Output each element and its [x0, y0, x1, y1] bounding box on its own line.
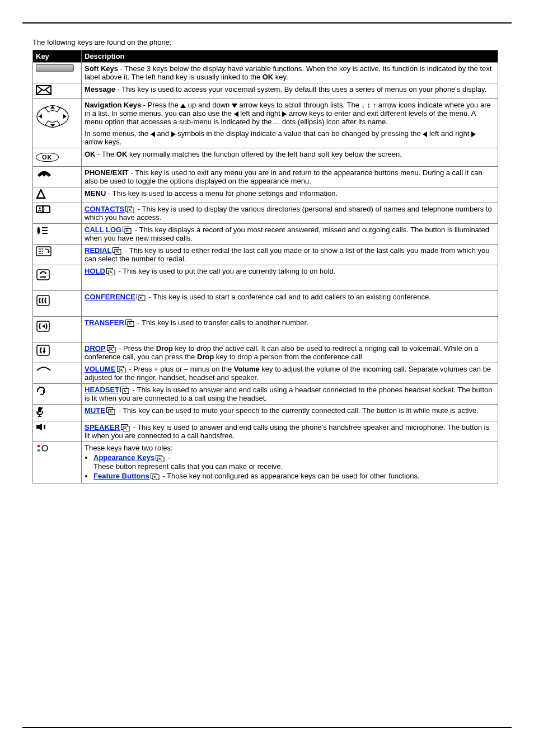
- svg-point-64: [38, 445, 40, 448]
- down-arrow-icon: [232, 104, 237, 108]
- table-row: MENU - This key is used to access a menu…: [33, 187, 498, 203]
- svg-point-19: [40, 248, 41, 250]
- desc-speaker: SPEAKER - This key is used to answer and…: [82, 421, 498, 442]
- contacts-icon: [36, 205, 50, 215]
- col-desc: Description: [82, 50, 498, 63]
- right-arrow-icon: [471, 132, 476, 137]
- svg-point-18: [39, 248, 40, 250]
- svg-marker-40: [42, 325, 45, 328]
- table-row: Soft Keys - These 3 keys below the displ…: [33, 63, 498, 83]
- list-item: Appearance Keys - These button represent…: [93, 453, 495, 470]
- table-row: VOLUME - Press + plus or – minus on the …: [33, 363, 498, 384]
- svg-point-24: [39, 253, 40, 254]
- popup-icon: [106, 407, 115, 415]
- popup-icon: [137, 294, 146, 301]
- call-log-icon: [36, 226, 48, 237]
- volume-link[interactable]: VOLUME: [85, 365, 116, 373]
- popup-icon: [123, 227, 132, 234]
- desc-ok: OK - The OK key normally matches the fun…: [82, 148, 498, 167]
- svg-marker-60: [39, 424, 42, 430]
- svg-rect-59: [36, 425, 39, 429]
- keys-table: Key Description Soft Keys - These 3 keys…: [32, 50, 498, 483]
- phone-exit-icon: [36, 168, 53, 179]
- navigation-keys-icon: [36, 101, 69, 134]
- svg-marker-4: [39, 114, 42, 119]
- table-row: REDIAL - This key is used to either redi…: [33, 245, 498, 265]
- table-row: TRANSFER - This key is used to transfer …: [33, 317, 498, 342]
- popup-icon: [156, 455, 165, 462]
- popup-icon: [117, 366, 126, 373]
- table-row: SPEAKER - This key is used to answer and…: [33, 421, 498, 442]
- table-row: Message - This key is used to access you…: [33, 83, 498, 99]
- popup-icon: [121, 424, 130, 431]
- desc-contacts: CONTACTS - This key is used to display t…: [82, 203, 498, 224]
- svg-rect-32: [45, 273, 46, 274]
- svg-point-26: [42, 253, 43, 254]
- redial-link[interactable]: REDIAL: [85, 246, 111, 255]
- intro-text: The following keys are found on the phon…: [32, 38, 512, 46]
- svg-point-20: [42, 248, 43, 250]
- desc-transfer: TRANSFER - This key is used to transfer …: [82, 317, 498, 342]
- table-row: DROP - Press the Drop key to drop the ac…: [33, 342, 498, 363]
- desc-navigation: Navigation Keys - Press the up and down …: [82, 99, 498, 148]
- appearance-keys-link[interactable]: Appearance Keys: [93, 453, 154, 462]
- feature-buttons-link[interactable]: Feature Buttons: [93, 472, 149, 480]
- desc-appfeat: These keys have two roles: Appearance Ke…: [82, 442, 498, 483]
- desc-phone: PHONE/EXIT - This key is used to exit an…: [82, 167, 498, 187]
- conference-icon: [36, 294, 50, 308]
- speaker-link[interactable]: SPEAKER: [85, 423, 120, 431]
- svg-rect-50: [43, 390, 45, 393]
- up-arrow-icon: [180, 104, 186, 108]
- contacts-link[interactable]: CONTACTS: [85, 205, 124, 213]
- headset-icon: [36, 386, 46, 397]
- speaker-icon: [36, 423, 47, 433]
- table-row: Navigation Keys - Press the up and down …: [33, 99, 498, 148]
- list-item: Feature Buttons - Those key not configur…: [93, 472, 495, 480]
- svg-point-9: [39, 207, 40, 209]
- desc-conference: CONFERENCE - This key is used to start a…: [82, 291, 498, 317]
- desc-calllog: CALL LOG - This key displays a record of…: [82, 224, 498, 245]
- desc-headset: HEADSET - This key is used to answer and…: [82, 384, 498, 405]
- transfer-link[interactable]: TRANSFER: [85, 318, 124, 327]
- volume-icon: [36, 365, 51, 373]
- svg-point-6: [43, 174, 46, 177]
- redial-icon: [36, 246, 51, 258]
- svg-marker-27: [47, 251, 50, 253]
- svg-point-25: [40, 253, 41, 254]
- col-key: Key: [33, 50, 82, 63]
- menu-icon: [36, 189, 46, 201]
- desc-hold: HOLD - This key is used to put the call …: [82, 265, 498, 291]
- popup-icon: [106, 268, 115, 275]
- left-arrow-icon: [234, 111, 238, 117]
- mute-link[interactable]: MUTE: [85, 406, 105, 415]
- table-row: PHONE/EXIT - This key is used to exit an…: [33, 167, 498, 187]
- table-row: MUTE - This key can be used to mute your…: [33, 405, 498, 421]
- svg-rect-36: [37, 295, 49, 306]
- svg-rect-31: [40, 273, 41, 274]
- desc-message: Message - This key is used to access you…: [82, 83, 498, 99]
- desc-menu: MENU - This key is used to access a menu…: [82, 187, 498, 203]
- table-row: HEADSET - This key is used to answer and…: [33, 384, 498, 405]
- conference-link[interactable]: CONFERENCE: [85, 293, 135, 301]
- left-arrow-icon: [151, 132, 155, 137]
- table-row: CONFERENCE - This key is used to start a…: [33, 291, 498, 317]
- desc-mute: MUTE - This key can be used to mute your…: [82, 405, 498, 421]
- svg-point-22: [40, 251, 41, 252]
- appearance-feature-icon: [36, 444, 48, 454]
- popup-icon: [113, 247, 121, 255]
- mute-icon: [36, 406, 44, 419]
- svg-marker-45: [43, 351, 46, 354]
- message-icon: [36, 85, 51, 97]
- hold-link[interactable]: HOLD: [85, 267, 105, 275]
- svg-point-21: [39, 251, 40, 252]
- headset-link[interactable]: HEADSET: [85, 386, 119, 394]
- table-row: CONTACTS - This key is used to display t…: [33, 203, 498, 224]
- ok-icon: OK: [36, 153, 59, 162]
- table-row: OK OK - The OK key normally matches the …: [33, 148, 498, 167]
- table-row: HOLD - This key is used to put the call …: [33, 265, 498, 291]
- calllog-link[interactable]: CALL LOG: [85, 226, 121, 234]
- drop-link[interactable]: DROP: [85, 344, 106, 353]
- svg-rect-61: [44, 425, 45, 429]
- svg-rect-43: [37, 345, 49, 355]
- desc-redial: REDIAL - This key is used to either redi…: [82, 245, 498, 265]
